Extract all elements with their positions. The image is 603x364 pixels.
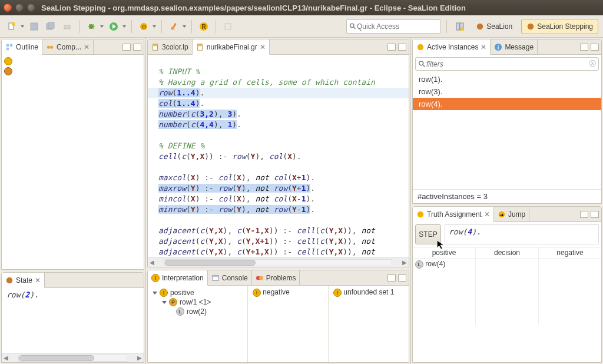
svg-point-40 bbox=[418, 44, 424, 50]
cursor-icon bbox=[436, 239, 446, 250]
minimize-view-icon[interactable] bbox=[122, 44, 131, 51]
state-body: row(2). bbox=[2, 288, 144, 353]
outline-body bbox=[2, 55, 144, 269]
outline-node-icon[interactable] bbox=[4, 57, 12, 65]
perspective-sealion[interactable]: SeaLion bbox=[471, 19, 518, 34]
tab-jump[interactable]: ➔ Jump bbox=[494, 207, 529, 221]
pin-button[interactable] bbox=[221, 19, 235, 34]
interpretation-tree[interactable]: I positive P row/1 <1> L row(2) bbox=[148, 286, 248, 362]
tab-problems[interactable]: Problems bbox=[252, 270, 300, 285]
file-icon bbox=[196, 43, 204, 51]
debug-dropdown-icon[interactable] bbox=[100, 25, 104, 28]
svg-rect-2 bbox=[31, 23, 38, 30]
maximize-window-icon[interactable] bbox=[27, 4, 35, 12]
minimize-view-icon[interactable] bbox=[580, 44, 588, 51]
svg-line-44 bbox=[423, 64, 425, 67]
minimize-view-icon[interactable] bbox=[387, 274, 396, 282]
maximize-view-icon[interactable] bbox=[591, 44, 599, 51]
tab-interpretation[interactable]: I Interpretation bbox=[148, 270, 208, 286]
edit-dropdown-icon[interactable] bbox=[182, 25, 187, 28]
literal-badge-icon: L bbox=[415, 260, 423, 269]
new-button[interactable] bbox=[5, 19, 19, 34]
interpretation-icon: I bbox=[151, 274, 160, 282]
maximize-view-icon[interactable] bbox=[398, 274, 406, 282]
interp-badge-icon: I bbox=[160, 289, 168, 297]
svg-text:R: R bbox=[201, 24, 206, 30]
svg-rect-26 bbox=[6, 44, 9, 46]
comp-icon bbox=[46, 43, 54, 51]
save-button[interactable] bbox=[27, 19, 41, 34]
minimize-view-icon[interactable] bbox=[387, 44, 396, 51]
svg-point-19 bbox=[350, 24, 354, 27]
scrollbar[interactable]: ◀▶ bbox=[148, 257, 409, 267]
collapse-icon[interactable] bbox=[153, 292, 157, 294]
svg-rect-18 bbox=[225, 24, 231, 29]
new-dropdown-icon[interactable] bbox=[20, 25, 25, 28]
stepping-button[interactable]: ⚙ bbox=[137, 19, 151, 34]
minimize-view-icon[interactable] bbox=[580, 211, 588, 218]
maximize-view-icon[interactable] bbox=[133, 44, 141, 51]
tab-active-instances[interactable]: Active Instances ✕ bbox=[413, 39, 491, 55]
perspective-sealion-stepping[interactable]: SeaLion Stepping bbox=[521, 19, 598, 34]
window-titlebar: SeaLion Stepping - org.mmdasp.sealion.ex… bbox=[0, 0, 603, 15]
instances-list[interactable]: row(1). row(3). row(4). bbox=[413, 73, 601, 189]
tab-3color[interactable]: 3color.lp bbox=[148, 39, 193, 54]
close-icon[interactable]: ✕ bbox=[484, 210, 490, 219]
quick-access-field[interactable] bbox=[346, 19, 440, 34]
close-icon[interactable]: ✕ bbox=[260, 43, 266, 51]
scrollbar[interactable]: ◀▶ bbox=[2, 353, 144, 362]
svg-point-43 bbox=[419, 61, 423, 65]
instance-item[interactable]: row(1). bbox=[413, 73, 601, 85]
open-perspective-button[interactable] bbox=[453, 19, 467, 34]
svg-text:➔: ➔ bbox=[499, 211, 504, 217]
collapse-icon[interactable] bbox=[162, 301, 167, 304]
svg-rect-15 bbox=[173, 23, 177, 28]
filter-input[interactable] bbox=[426, 60, 589, 68]
tab-console[interactable]: Console bbox=[208, 270, 252, 285]
edit-button[interactable] bbox=[167, 19, 181, 34]
tab-state[interactable]: State ✕ bbox=[2, 273, 45, 288]
close-icon[interactable]: ✕ bbox=[35, 276, 41, 284]
close-window-icon[interactable] bbox=[4, 4, 12, 12]
svg-point-31 bbox=[6, 277, 13, 283]
main-toolbar: ⚙ R SeaLion SeaLion Stepping bbox=[0, 15, 603, 38]
print-button[interactable] bbox=[60, 19, 74, 34]
instance-item-selected[interactable]: row(4). bbox=[413, 98, 601, 110]
step-button[interactable]: STEP bbox=[415, 224, 441, 244]
tab-truth-assignment[interactable]: Truth Assignment ✕ bbox=[413, 207, 494, 222]
window-title: SeaLion Stepping - org.mmdasp.sealion.ex… bbox=[41, 4, 466, 12]
svg-point-24 bbox=[477, 23, 483, 29]
tab-nurikabe[interactable]: nurikabeFinal.gr ✕ bbox=[193, 39, 270, 55]
console-icon bbox=[211, 274, 220, 282]
editor-body[interactable]: % INPUT % % Having a grid of cells, some… bbox=[148, 55, 409, 257]
run-button[interactable] bbox=[107, 19, 121, 34]
save-all-button[interactable] bbox=[44, 19, 58, 34]
maximize-view-icon[interactable] bbox=[591, 211, 599, 218]
tab-comp[interactable]: Comp... ✕ bbox=[42, 39, 94, 54]
outline-icon bbox=[5, 43, 14, 51]
reset-button[interactable]: R bbox=[197, 19, 211, 34]
close-icon[interactable]: ✕ bbox=[84, 43, 90, 51]
minimize-window-icon[interactable] bbox=[15, 4, 24, 12]
maximize-view-icon[interactable] bbox=[398, 44, 406, 51]
filter-field[interactable]: ⓧ bbox=[415, 57, 599, 71]
problems-icon bbox=[256, 274, 264, 282]
close-icon[interactable]: ✕ bbox=[481, 43, 486, 51]
clear-filter-icon[interactable]: ⓧ bbox=[589, 59, 596, 69]
truth-decision-body[interactable] bbox=[476, 259, 538, 325]
svg-point-39 bbox=[259, 276, 263, 280]
run-dropdown-icon[interactable] bbox=[122, 25, 127, 28]
tab-outline[interactable]: Outline bbox=[2, 39, 42, 55]
truth-positive-body[interactable]: L row(4) bbox=[413, 259, 475, 325]
instance-item[interactable]: row(3). bbox=[413, 85, 601, 98]
quick-access-input[interactable] bbox=[357, 22, 438, 31]
svg-rect-35 bbox=[197, 44, 202, 46]
interp-badge-icon: I bbox=[253, 289, 261, 297]
truth-decision-header: decision bbox=[476, 247, 538, 259]
truth-negative-body[interactable] bbox=[539, 259, 601, 325]
outline-node-icon[interactable] bbox=[4, 67, 12, 75]
stepping-dropdown-icon[interactable] bbox=[152, 25, 157, 28]
tab-message[interactable]: i Message bbox=[491, 39, 538, 54]
truth-icon bbox=[416, 210, 425, 219]
debug-button[interactable] bbox=[84, 19, 98, 34]
